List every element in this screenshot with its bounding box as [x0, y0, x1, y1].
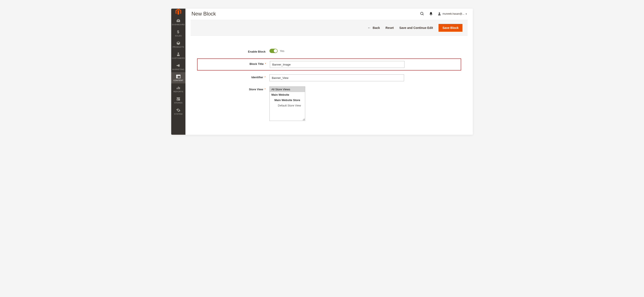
arrow-left-icon: ← [368, 26, 371, 30]
identifier-label: Identifier [251, 76, 263, 79]
identifier-input[interactable] [270, 74, 404, 81]
form-label-col: Identifier * [198, 74, 270, 79]
block-title-input[interactable] [270, 61, 404, 68]
layout-icon [176, 74, 180, 79]
storefront-icon [176, 97, 180, 101]
sidebar-item-label: MARKETING [172, 69, 184, 71]
box-icon [176, 41, 180, 45]
back-button[interactable]: ← Back [368, 26, 380, 30]
person-icon [176, 52, 180, 57]
search-icon[interactable] [420, 12, 424, 16]
sidebar-item-content[interactable]: CONTENT [171, 72, 186, 83]
reset-button[interactable]: Reset [386, 26, 394, 30]
admin-sidebar: DASHBOARD $ SALES PRODUCTS CUSTOMERS MAR… [171, 9, 186, 135]
user-icon [438, 12, 441, 16]
sidebar-item-label: CONTENT [174, 80, 183, 82]
svg-point-10 [439, 13, 440, 14]
form-field-col [270, 61, 404, 68]
required-indicator: * [264, 76, 266, 79]
store-view-option-main-website-store[interactable]: Main Website Store [270, 97, 305, 103]
svg-point-1 [178, 52, 179, 54]
store-view-label: Store View [249, 88, 263, 91]
enable-block-toggle[interactable] [270, 49, 278, 53]
form-field-col: Yes [270, 49, 404, 53]
notifications-icon[interactable] [429, 12, 433, 16]
block-title-label: Block Title [250, 62, 264, 66]
topbar-icons: muneeb.hasan@... ▾ [420, 12, 467, 16]
back-label: Back [372, 26, 380, 30]
app-window: DASHBOARD $ SALES PRODUCTS CUSTOMERS MAR… [171, 9, 473, 135]
magento-logo-icon [176, 9, 181, 15]
store-view-option-main-website[interactable]: Main Website [270, 92, 305, 97]
store-view-option-default-store-view[interactable]: Default Store View [270, 103, 305, 108]
sidebar-item-label: PRODUCTS [173, 46, 184, 48]
sidebar-item-label: DASHBOARD [172, 24, 185, 26]
form-label-col: Block Title * [199, 61, 270, 66]
sidebar-item-label: CUSTOMERS [172, 57, 185, 60]
sidebar-item-label: STORES [174, 102, 183, 104]
reset-label: Reset [386, 26, 394, 30]
svg-rect-3 [176, 75, 180, 76]
block-form: Enable Block Yes Block Title * [186, 36, 473, 135]
toggle-knob [274, 49, 277, 53]
sidebar-item-label: SYSTEM [174, 113, 183, 115]
sidebar-item-system[interactable]: SYSTEM [171, 106, 186, 117]
form-label-col: Enable Block [198, 49, 270, 53]
sidebar-item-label: REPORTS [174, 91, 183, 93]
save-continue-button[interactable]: Save and Continue Edit [399, 26, 433, 30]
sidebar-item-label: SALES [175, 35, 182, 37]
page-actions-toolbar: ← Back Reset Save and Continue Edit Save… [190, 20, 468, 36]
store-view-option-all[interactable]: All Store Views [270, 87, 305, 92]
caret-down-icon: ▾ [466, 13, 467, 15]
megaphone-icon [176, 63, 180, 68]
svg-rect-4 [176, 76, 178, 78]
svg-rect-6 [178, 87, 178, 89]
store-view-select[interactable]: All Store Views Main Website Main Websit… [270, 86, 305, 121]
store-view-row: Store View * All Store Views Main Websit… [198, 86, 460, 121]
topbar: New Block muneeb.hasan@... ▾ [186, 9, 473, 20]
sidebar-item-stores[interactable]: STORES [171, 95, 186, 106]
form-field-col: All Store Views Main Website Main Websit… [270, 86, 460, 121]
required-indicator: * [264, 88, 266, 91]
identifier-row: Identifier * [198, 74, 460, 81]
required-indicator: * [265, 62, 266, 66]
gauge-icon [176, 19, 180, 23]
sidebar-item-customers[interactable]: CUSTOMERS [171, 50, 186, 61]
sidebar-item-sales[interactable]: $ SALES [171, 28, 186, 39]
enable-block-value-text: Yes [280, 49, 284, 53]
sidebar-item-marketing[interactable]: MARKETING [171, 61, 186, 72]
sidebar-item-products[interactable]: PRODUCTS [171, 39, 186, 50]
form-field-col [270, 74, 404, 81]
barchart-icon [176, 86, 180, 90]
svg-rect-5 [177, 88, 178, 89]
sidebar-item-dashboard[interactable]: DASHBOARD [171, 16, 186, 28]
dollar-icon: $ [176, 30, 180, 34]
svg-text:$: $ [177, 30, 179, 34]
page-title: New Block [192, 11, 420, 17]
magento-logo[interactable] [171, 9, 186, 16]
save-block-button[interactable]: Save Block [438, 24, 462, 32]
enable-block-label: Enable Block [248, 50, 266, 53]
svg-line-9 [423, 15, 424, 15]
block-title-row: Block Title * [197, 58, 461, 71]
enable-block-row: Enable Block Yes [198, 49, 460, 53]
user-display-name: muneeb.hasan@... [442, 12, 464, 15]
svg-point-8 [421, 12, 423, 15]
main-content: New Block muneeb.hasan@... ▾ ← Back [186, 9, 473, 135]
form-label-col: Store View * [198, 86, 270, 91]
gear-icon [176, 108, 180, 112]
sidebar-item-reports[interactable]: REPORTS [171, 83, 186, 95]
user-account-menu[interactable]: muneeb.hasan@... ▾ [438, 12, 467, 16]
save-continue-label: Save and Continue Edit [399, 26, 433, 30]
svg-rect-7 [179, 87, 180, 89]
